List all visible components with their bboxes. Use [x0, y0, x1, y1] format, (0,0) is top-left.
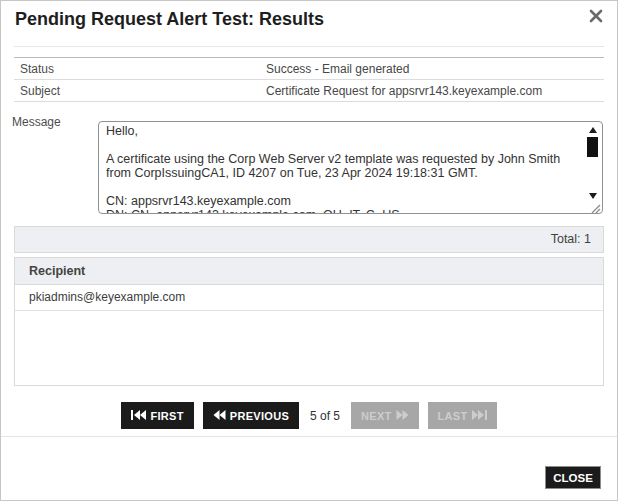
message-textarea[interactable]: Hello, A certificate using the Corp Web … [98, 121, 603, 214]
first-page-icon [131, 410, 146, 422]
scroll-up-icon[interactable] [589, 127, 597, 133]
close-button[interactable]: CLOSE [545, 466, 601, 489]
recipient-row: pkiadmins@keyexample.com [15, 285, 603, 311]
recipient-column-header: Recipient [15, 258, 603, 285]
subject-label: Subject [20, 84, 60, 98]
pending-request-alert-results-dialog: Pending Request Alert Test: Results Stat… [0, 0, 618, 501]
result-info-table: Status Success - Email generated Subject… [14, 57, 604, 102]
previous-page-button[interactable]: PREVIOUS [203, 402, 299, 429]
next-page-icon [396, 410, 409, 422]
message-text: Hello, A certificate using the Corp Web … [106, 124, 582, 213]
last-page-label: LAST [438, 410, 468, 422]
subject-value: Certificate Request for appsrvr143.keyex… [266, 84, 542, 98]
scroll-down-icon[interactable] [589, 193, 597, 199]
recipients-table: Recipient pkiadmins@keyexample.com [14, 257, 604, 386]
pagination-bar: FIRST PREVIOUS 5 of 5 NEXT LAST [1, 402, 617, 429]
scrollbar-thumb[interactable] [587, 137, 598, 157]
previous-page-label: PREVIOUS [230, 410, 289, 422]
footer-divider [1, 436, 617, 437]
subject-row: Subject Certificate Request for appsrvr1… [14, 80, 604, 102]
last-page-button[interactable]: LAST [428, 402, 497, 429]
status-row: Status Success - Email generated [14, 58, 604, 80]
dialog-close-button[interactable] [587, 7, 605, 25]
total-count: Total: 1 [551, 232, 591, 246]
dialog-title: Pending Request Alert Test: Results [15, 9, 324, 30]
last-page-icon [472, 410, 487, 422]
resize-grip-icon[interactable] [589, 200, 601, 212]
first-page-button[interactable]: FIRST [121, 402, 193, 429]
header-divider [14, 46, 604, 47]
page-status: 5 of 5 [310, 409, 340, 423]
status-label: Status [20, 62, 54, 76]
message-scrollbar[interactable] [585, 124, 600, 199]
first-page-label: FIRST [150, 410, 183, 422]
recipients-total-bar: Total: 1 [14, 226, 604, 253]
next-page-button[interactable]: NEXT [351, 402, 419, 429]
next-page-label: NEXT [361, 410, 392, 422]
status-value: Success - Email generated [266, 62, 409, 76]
previous-page-icon [213, 410, 226, 422]
close-icon [587, 13, 605, 28]
message-label: Message [12, 115, 61, 129]
